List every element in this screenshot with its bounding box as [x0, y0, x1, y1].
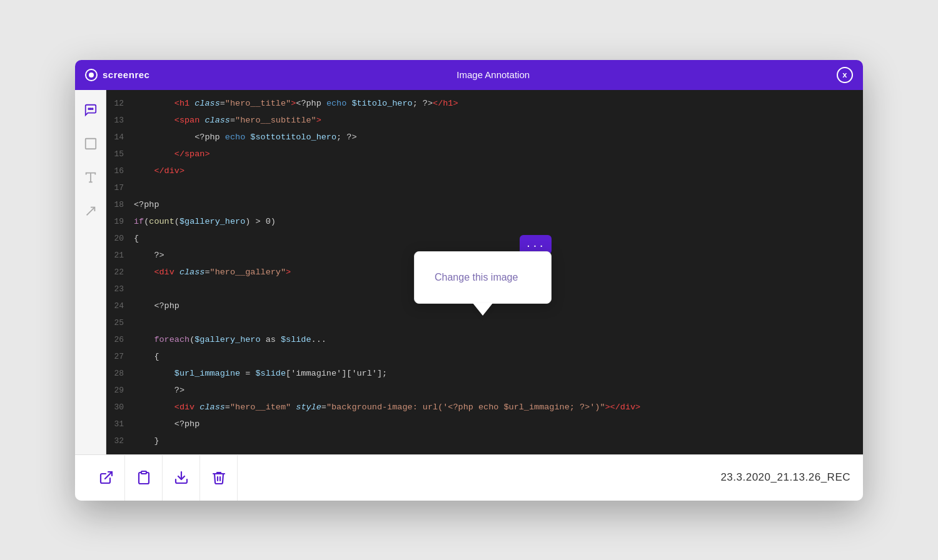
- table-row: 19 if(count($gallery_hero) > 0): [106, 213, 863, 230]
- svg-point-0: [88, 108, 89, 109]
- svg-rect-8: [141, 471, 146, 474]
- table-row: 18 <?php: [106, 196, 863, 213]
- annotation-overlay: ... Change this image: [414, 251, 552, 304]
- table-row: 15 </span>: [106, 146, 863, 162]
- sidebar: [75, 90, 106, 454]
- table-row: 16 </div>: [106, 162, 863, 179]
- table-row: 14 <?php echo $sottotitolo_hero; ?>: [106, 129, 863, 146]
- svg-point-2: [91, 108, 93, 109]
- table-row: 25: [106, 314, 863, 331]
- close-button[interactable]: x: [837, 67, 853, 83]
- trash-button[interactable]: [200, 454, 238, 501]
- svg-line-7: [105, 472, 112, 479]
- svg-line-6: [86, 207, 94, 215]
- table-row: 30 <div class="hero__item" style="backgr…: [106, 399, 863, 416]
- table-row: 32 }: [106, 432, 863, 449]
- recording-timestamp: 23.3.2020_21.13.26_REC: [720, 471, 850, 484]
- text-tool-icon[interactable]: [79, 166, 102, 189]
- clipboard-button[interactable]: [125, 454, 163, 501]
- brand-name: screenrec: [103, 69, 149, 80]
- svg-rect-3: [85, 138, 96, 149]
- main-area: 12 <h1 class="hero__title"><?php echo $t…: [75, 90, 863, 454]
- bottom-toolbar: 23.3.2020_21.13.26_REC: [75, 454, 863, 501]
- app-window: screenrec Image Annotation x: [75, 60, 863, 501]
- titlebar-left: screenrec: [85, 69, 149, 81]
- external-link-button[interactable]: [88, 454, 125, 501]
- table-row: 28 $url_immagine = $slide['immagine']['u…: [106, 365, 863, 382]
- brand-text-light: screen: [103, 69, 134, 80]
- brand-text-bold: rec: [134, 69, 149, 80]
- code-editor: 12 <h1 class="hero__title"><?php echo $t…: [106, 90, 863, 454]
- window-title: Image Annotation: [456, 69, 530, 80]
- titlebar: screenrec Image Annotation x: [75, 60, 863, 90]
- table-row: 20 {: [106, 230, 863, 247]
- download-button[interactable]: [163, 454, 200, 501]
- table-row: 12 <h1 class="hero__title"><?php echo $t…: [106, 95, 863, 112]
- annotation-text: Change this image: [435, 272, 518, 282]
- table-row: 13 <span class="hero__subtitle">: [106, 112, 863, 129]
- annotation-bubble: Change this image: [414, 251, 552, 304]
- comment-tool-icon[interactable]: [79, 99, 102, 121]
- rectangle-tool-icon[interactable]: [79, 132, 102, 155]
- table-row: 17: [106, 179, 863, 196]
- arrow-tool-icon[interactable]: [79, 200, 102, 222]
- table-row: 26 foreach($gallery_hero as $slide...: [106, 331, 863, 348]
- app-logo: [85, 69, 98, 81]
- svg-point-1: [90, 108, 91, 109]
- table-row: 29 ?>: [106, 382, 863, 399]
- table-row: 27 {: [106, 348, 863, 365]
- logo-dot: [89, 72, 94, 78]
- table-row: 31 <?php: [106, 416, 863, 432]
